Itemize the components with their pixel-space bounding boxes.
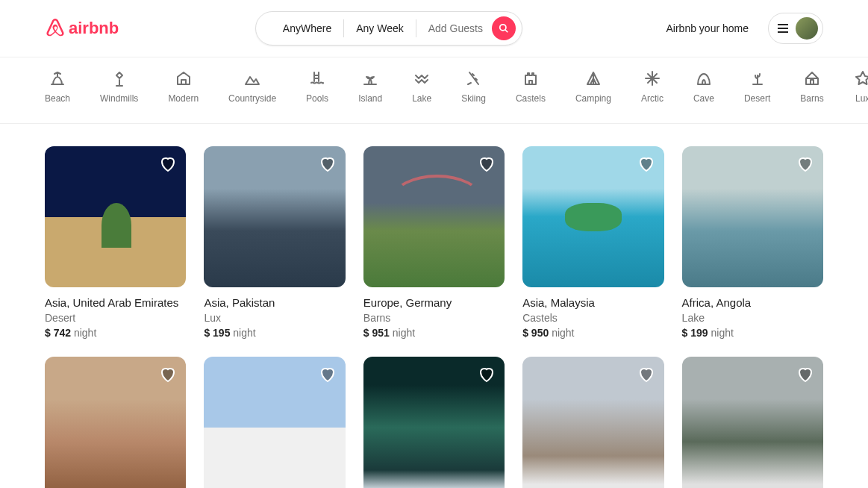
category-skiing[interactable]: Skiing [461,69,486,111]
cave-icon [695,69,713,87]
category-label: Camping [575,93,611,104]
listing-image[interactable] [45,146,186,287]
listing-price: $ 195 night [204,327,345,339]
airbnb-logo-icon [45,18,66,39]
countryside-icon [243,69,261,87]
heart-icon [796,366,814,384]
favorite-button[interactable] [319,366,337,384]
listing-card[interactable]: Asia, United Arab Emirates Desert $ 742 … [45,146,186,339]
profile-menu[interactable] [768,13,823,44]
pool-icon [308,69,326,87]
listing-title: Asia, United Arab Emirates [45,296,186,309]
listing-image[interactable] [363,357,505,488]
listing-card[interactable] [45,357,186,488]
listing-image[interactable] [682,357,823,488]
desert-icon [749,69,766,87]
listing-image[interactable] [204,357,345,488]
logo[interactable]: airbnb [45,18,119,39]
search-bar[interactable]: AnyWhere Any Week Add Guests [255,11,522,46]
category-castle[interactable]: Castels [516,69,546,111]
category-lake[interactable]: Lake [412,69,431,111]
favorite-button[interactable] [159,366,177,384]
header-right: Airbnb your home [658,13,823,44]
listing-category: Barns [363,312,505,324]
category-barn[interactable]: Barns [800,69,823,111]
category-modern[interactable]: Modern [168,69,199,111]
island-icon [361,69,379,87]
listing-card[interactable] [363,357,505,488]
favorite-button[interactable] [796,366,814,384]
barn-icon [803,69,821,87]
category-pool[interactable]: Pools [306,69,328,111]
category-label: Desert [744,93,770,104]
heart-icon [319,366,337,384]
favorite-button[interactable] [159,155,177,173]
favorite-button[interactable] [637,366,655,384]
search-where[interactable]: AnyWhere [271,22,343,34]
listing-card[interactable]: Africa, Angola Lake $ 199 night [682,146,823,339]
svg-point-0 [500,25,506,31]
listing-card[interactable] [522,357,664,488]
heart-icon [796,155,814,173]
header: airbnb AnyWhere Any Week Add Guests Airb… [0,0,868,57]
category-label: Castels [516,93,546,104]
listing-title: Asia, Malaysia [522,296,664,309]
category-arctic[interactable]: Arctic [641,69,664,111]
category-windmill[interactable]: Windmills [100,69,138,111]
category-label: Lake [412,93,431,104]
avatar [796,17,818,40]
favorite-button[interactable] [478,366,496,384]
category-label: Modern [168,93,199,104]
category-beach[interactable]: Beach [45,69,70,111]
favorite-button[interactable] [637,155,655,173]
listing-image[interactable] [682,146,823,287]
category-countryside[interactable]: Countryside [228,69,276,111]
search-guests[interactable]: Add Guests [416,22,492,34]
beach-icon [49,69,66,87]
host-link[interactable]: Airbnb your home [658,15,756,42]
listing-card[interactable]: Asia, Pakistan Lux $ 195 night [204,146,345,339]
favorite-button[interactable] [796,155,814,173]
listing-title: Europe, Germany [363,296,505,309]
brand-text: airbnb [69,19,119,38]
search-icon [499,23,509,34]
category-camping[interactable]: Camping [575,69,611,111]
listing-image[interactable] [45,357,186,488]
category-lux[interactable]: Lux [854,69,868,111]
hamburger-icon [778,24,788,33]
category-cave[interactable]: Cave [693,69,714,111]
lake-icon [413,69,431,87]
category-label: Cave [693,93,714,104]
favorite-button[interactable] [319,155,337,173]
listing-image[interactable] [363,146,505,287]
category-label: Skiing [461,93,486,104]
category-label: Lux [855,93,868,104]
category-label: Arctic [641,93,664,104]
heart-icon [319,155,337,173]
heart-icon [159,155,177,173]
category-desert[interactable]: Desert [744,69,770,111]
castle-icon [522,69,540,87]
svg-line-1 [505,30,508,33]
category-label: Pools [306,93,328,104]
listing-card[interactable]: Asia, Malaysia Castels $ 950 night [522,146,664,339]
listing-image[interactable] [522,146,664,287]
heart-icon [159,366,177,384]
heart-icon [637,155,655,173]
listing-image[interactable] [204,146,345,287]
category-label: Barns [800,93,823,104]
category-label: Countryside [228,93,276,104]
listing-image[interactable] [522,357,664,488]
search-button[interactable] [492,16,516,40]
skiing-icon [465,69,483,87]
listing-price: $ 742 night [45,327,186,339]
listing-card[interactable] [682,357,823,488]
category-bar: BeachWindmillsModernCountrysidePoolsIsla… [0,57,868,124]
listing-title: Asia, Pakistan [204,296,345,309]
listing-card[interactable] [204,357,345,488]
category-island[interactable]: Island [358,69,382,111]
favorite-button[interactable] [478,155,496,173]
modern-icon [175,69,193,87]
search-when[interactable]: Any Week [344,22,416,34]
listing-card[interactable]: Europe, Germany Barns $ 951 night [363,146,505,339]
